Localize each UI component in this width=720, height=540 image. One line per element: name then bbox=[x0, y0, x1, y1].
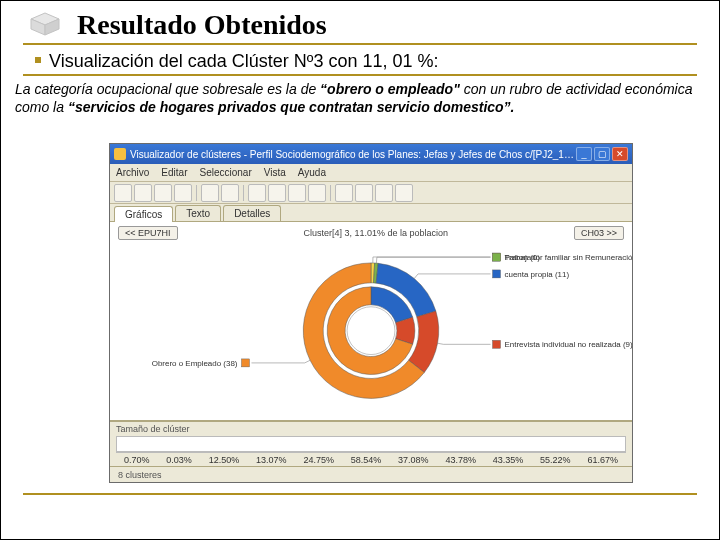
tick-label: 55.22% bbox=[540, 455, 571, 465]
subtitle-underline bbox=[23, 74, 697, 76]
legend-swatch bbox=[493, 340, 501, 348]
title-row: Resultado Obtenidos bbox=[1, 1, 719, 41]
tab-texto[interactable]: Texto bbox=[175, 205, 221, 221]
legend-swatch bbox=[493, 253, 501, 261]
tick-label: 43.35% bbox=[493, 455, 524, 465]
desc-b1: “obrero o empleado" bbox=[320, 81, 460, 97]
cluster-size-panel: Tamaño de clúster 0.70%0.03%12.50%13.07%… bbox=[110, 421, 632, 466]
tick-label: 37.08% bbox=[398, 455, 429, 465]
toolbar-button[interactable] bbox=[114, 184, 132, 202]
toolbar-button[interactable] bbox=[288, 184, 306, 202]
tick-label: 0.70% bbox=[124, 455, 150, 465]
slide: Resultado Obtenidos Visualización del ca… bbox=[0, 0, 720, 540]
toolbar-button[interactable] bbox=[248, 184, 266, 202]
minimize-button[interactable]: _ bbox=[576, 147, 592, 161]
next-var-button[interactable]: CH03 >> bbox=[574, 226, 624, 240]
cluster-ticks: 0.70%0.03%12.50%13.07%24.75%58.54%37.08%… bbox=[116, 452, 626, 465]
close-button[interactable]: ✕ bbox=[612, 147, 628, 161]
toolbar-button[interactable] bbox=[134, 184, 152, 202]
page-title: Resultado Obtenidos bbox=[77, 9, 327, 41]
tick-label: 61.67% bbox=[587, 455, 618, 465]
window-title: Visualizador de clústeres - Perfil Socio… bbox=[130, 149, 576, 160]
maximize-button[interactable]: ▢ bbox=[594, 147, 610, 161]
toolbar-button[interactable] bbox=[174, 184, 192, 202]
subtitle-text: Visualización del cada Clúster Nº3 con 1… bbox=[49, 51, 438, 71]
toolbar-button[interactable] bbox=[268, 184, 286, 202]
status-bar: 8 clusteres bbox=[110, 466, 632, 482]
tabs: Gráficos Texto Detalles bbox=[110, 204, 632, 222]
panel-title: Tamaño de clúster bbox=[116, 424, 626, 434]
tick-label: 24.75% bbox=[303, 455, 334, 465]
legend-swatch bbox=[493, 270, 501, 278]
slice-label: Entrevista individual no realizada (9) bbox=[504, 340, 632, 349]
menu-item-editar[interactable]: Editar bbox=[161, 167, 187, 178]
toolbar-separator bbox=[243, 185, 244, 201]
bottom-rule bbox=[23, 493, 697, 495]
tick-label: 0.03% bbox=[166, 455, 192, 465]
menu-item-vista[interactable]: Vista bbox=[264, 167, 286, 178]
desc-b2: “servicios de hogares privados que contr… bbox=[68, 99, 515, 115]
menu-item-archivo[interactable]: Archivo bbox=[116, 167, 149, 178]
toolbar bbox=[110, 182, 632, 204]
title-underline bbox=[23, 43, 697, 45]
pie-chart: Trabajador familiar sin Remuneración (0)… bbox=[110, 244, 632, 417]
cube-icon bbox=[23, 9, 67, 37]
window-titlebar[interactable]: Visualizador de clústeres - Perfil Socio… bbox=[110, 144, 632, 164]
cluster-label: Cluster[4] 3, 11.01% de la poblacion bbox=[303, 228, 448, 238]
chart-nav: << EPU7HI Cluster[4] 3, 11.01% de la pob… bbox=[110, 222, 632, 244]
app-icon bbox=[114, 148, 126, 160]
menu-item-seleccionar[interactable]: Seleccionar bbox=[199, 167, 251, 178]
chart-pane: << EPU7HI Cluster[4] 3, 11.01% de la pob… bbox=[110, 222, 632, 421]
tab-graficos[interactable]: Gráficos bbox=[114, 206, 173, 222]
menubar: Archivo Editar Seleccionar Vista Ayuda bbox=[110, 164, 632, 182]
slice-label: cuenta propia (11) bbox=[504, 270, 569, 279]
toolbar-button[interactable] bbox=[395, 184, 413, 202]
toolbar-button[interactable] bbox=[355, 184, 373, 202]
toolbar-button[interactable] bbox=[201, 184, 219, 202]
description: La categoría ocupacional que sobresale e… bbox=[1, 80, 719, 122]
toolbar-button[interactable] bbox=[221, 184, 239, 202]
legend-swatch bbox=[241, 359, 249, 367]
axis-title: CAT_OCUP bbox=[110, 417, 632, 421]
desc-p1: La categoría ocupacional que sobresale e… bbox=[15, 81, 320, 97]
toolbar-button[interactable] bbox=[375, 184, 393, 202]
prev-var-button[interactable]: << EPU7HI bbox=[118, 226, 178, 240]
slice-label: Patron (0) bbox=[504, 253, 540, 262]
subtitle: Visualización del cada Clúster Nº3 con 1… bbox=[1, 51, 719, 74]
slice-label: Obrero o Empleado (38) bbox=[152, 359, 238, 368]
toolbar-separator bbox=[330, 185, 331, 201]
svg-point-3 bbox=[347, 307, 395, 355]
toolbar-button[interactable] bbox=[308, 184, 326, 202]
cluster-size-bar[interactable] bbox=[116, 436, 626, 452]
menu-item-ayuda[interactable]: Ayuda bbox=[298, 167, 326, 178]
toolbar-separator bbox=[196, 185, 197, 201]
tab-detalles[interactable]: Detalles bbox=[223, 205, 281, 221]
toolbar-button[interactable] bbox=[154, 184, 172, 202]
toolbar-button[interactable] bbox=[335, 184, 353, 202]
app-window: Visualizador de clústeres - Perfil Socio… bbox=[109, 143, 633, 483]
bullet-icon bbox=[35, 57, 41, 63]
tick-label: 43.78% bbox=[445, 455, 476, 465]
tick-label: 12.50% bbox=[209, 455, 240, 465]
tick-label: 58.54% bbox=[351, 455, 382, 465]
tick-label: 13.07% bbox=[256, 455, 287, 465]
window-controls: _ ▢ ✕ bbox=[576, 147, 628, 161]
